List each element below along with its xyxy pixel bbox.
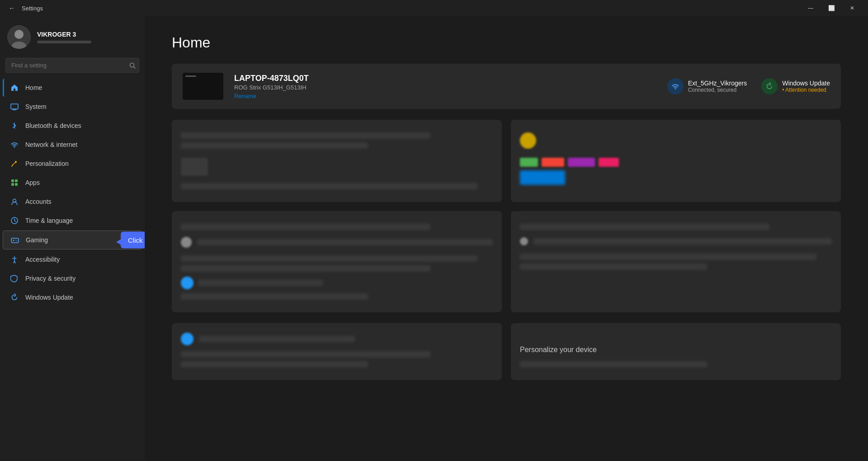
- svg-rect-13: [15, 183, 18, 186]
- blurred-content: [197, 239, 493, 245]
- sidebar-item-label: Gaming: [26, 236, 48, 244]
- device-rename-link[interactable]: Rename: [234, 93, 656, 99]
- svg-line-4: [134, 66, 136, 68]
- svg-point-20: [16, 240, 17, 241]
- app-title: Settings: [22, 5, 800, 12]
- sidebar-item-gaming[interactable]: Gaming Click Gaming: [3, 230, 142, 249]
- blurred-content: [520, 254, 816, 260]
- windows-update-icon: [761, 78, 778, 94]
- device-info: LAPTOP-4873LQ0T ROG Strix G513IH_G513IH …: [234, 74, 656, 99]
- svg-rect-10: [11, 179, 14, 182]
- wifi-status: Connected, secured: [688, 87, 747, 93]
- svg-rect-11: [15, 179, 18, 182]
- bluetooth-icon: [10, 121, 19, 130]
- blurred-bar: [542, 158, 564, 167]
- device-thumbnail: [183, 73, 223, 100]
- blurred-content: [181, 158, 208, 176]
- content-card-2: [511, 120, 841, 202]
- privacy-icon: [10, 274, 19, 283]
- wifi-icon: [667, 78, 684, 94]
- blurred-bar: [520, 158, 538, 167]
- svg-point-22: [675, 89, 676, 90]
- device-name: LAPTOP-4873LQ0T: [234, 74, 656, 83]
- blurred-bar: [599, 158, 619, 167]
- device-card: LAPTOP-4873LQ0T ROG Strix G513IH_G513IH …: [172, 64, 841, 109]
- user-progress-bar: [37, 41, 91, 43]
- sidebar-item-home[interactable]: Home: [3, 79, 142, 97]
- update-status-item[interactable]: Windows Update Attention needed: [761, 78, 830, 94]
- blurred-content: [520, 224, 769, 230]
- maximize-button[interactable]: ⬜: [821, 0, 842, 16]
- minimize-button[interactable]: —: [800, 0, 821, 16]
- blurred-dot-sm: [520, 237, 528, 245]
- blurred-bar: [568, 158, 595, 167]
- back-button[interactable]: ←: [5, 2, 18, 14]
- wifi-status-text: Ext_5GHz_Vikrogers Connected, secured: [688, 80, 747, 93]
- blurred-content: [198, 280, 323, 286]
- blurred-content: [520, 361, 707, 367]
- sidebar-item-personalization[interactable]: Personalization: [3, 155, 142, 173]
- blurred-bar-row: [520, 158, 832, 167]
- close-button[interactable]: ✕: [842, 0, 863, 16]
- sidebar-item-accessibility[interactable]: Accessibility: [3, 250, 142, 268]
- accessibility-icon: [10, 255, 19, 264]
- sidebar-item-label: Windows Update: [25, 294, 73, 301]
- update-name: Windows Update: [782, 80, 830, 87]
- blurred-content: [181, 132, 430, 139]
- svg-point-9: [15, 161, 17, 163]
- wifi-name: Ext_5GHz_Vikrogers: [688, 80, 747, 87]
- blurred-circle: [520, 132, 536, 149]
- blurred-circle: [181, 237, 192, 248]
- sidebar-item-network[interactable]: Network & internet: [3, 136, 142, 154]
- blurred-dot: [181, 277, 193, 289]
- sidebar-item-accounts[interactable]: Accounts: [3, 193, 142, 211]
- update-status-text: Windows Update Attention needed: [782, 80, 830, 93]
- content-card-1: [172, 120, 502, 202]
- accounts-icon: [10, 197, 19, 206]
- blurred-content: [181, 351, 430, 358]
- blurred-content: [181, 293, 368, 300]
- search-button[interactable]: [129, 62, 136, 69]
- svg-point-8: [14, 147, 15, 148]
- svg-point-21: [14, 257, 15, 258]
- svg-rect-12: [11, 183, 14, 186]
- window-controls: — ⬜ ✕: [800, 0, 863, 16]
- blurred-content: [520, 263, 707, 270]
- sidebar-item-label: Network & internet: [25, 141, 77, 148]
- sidebar-item-system[interactable]: System: [3, 98, 142, 116]
- sidebar-item-update[interactable]: Windows Update: [3, 288, 142, 306]
- network-icon: [10, 140, 19, 149]
- sidebar-item-bluetooth[interactable]: Bluetooth & devices: [3, 117, 142, 135]
- search-input[interactable]: [5, 58, 139, 73]
- sidebar-item-label: Accessibility: [25, 256, 60, 263]
- titlebar: ← Settings — ⬜ ✕: [0, 0, 868, 16]
- blurred-content: [181, 224, 430, 230]
- sidebar-item-label: System: [25, 103, 47, 110]
- sidebar-item-label: Personalization: [25, 160, 69, 167]
- device-model: ROG Strix G513IH_G513IH: [234, 84, 656, 91]
- sidebar-item-privacy[interactable]: Privacy & security: [3, 269, 142, 287]
- blurred-content: [533, 238, 832, 245]
- blurred-content: [199, 336, 355, 342]
- apps-icon: [10, 178, 19, 187]
- sidebar-item-label: Time & language: [25, 217, 73, 224]
- sidebar-item-label: Bluetooth & devices: [25, 122, 81, 129]
- main-content: Home LAPTOP-4873LQ0T ROG Strix G513IH_G5…: [145, 16, 868, 461]
- blurred-content: [181, 142, 368, 149]
- sidebar-item-apps[interactable]: Apps: [3, 174, 142, 192]
- app-container: VIKROGER 3 Home: [0, 16, 868, 461]
- sidebar-item-label: Accounts: [25, 198, 52, 205]
- wifi-status-item[interactable]: Ext_5GHz_Vikrogers Connected, secured: [667, 78, 747, 94]
- time-icon: [10, 216, 19, 225]
- sidebar-item-label: Privacy & security: [25, 275, 75, 282]
- svg-rect-5: [11, 104, 18, 109]
- sidebar-item-time[interactable]: Time & language: [3, 212, 142, 230]
- tooltip-bubble: Click Gaming: [121, 232, 145, 249]
- avatar[interactable]: [7, 25, 31, 49]
- update-icon: [10, 293, 19, 302]
- user-section: VIKROGER 3: [0, 16, 145, 56]
- content-grid: [172, 120, 841, 312]
- blurred-content: [181, 183, 477, 189]
- svg-rect-16: [11, 238, 19, 243]
- svg-point-19: [15, 240, 16, 240]
